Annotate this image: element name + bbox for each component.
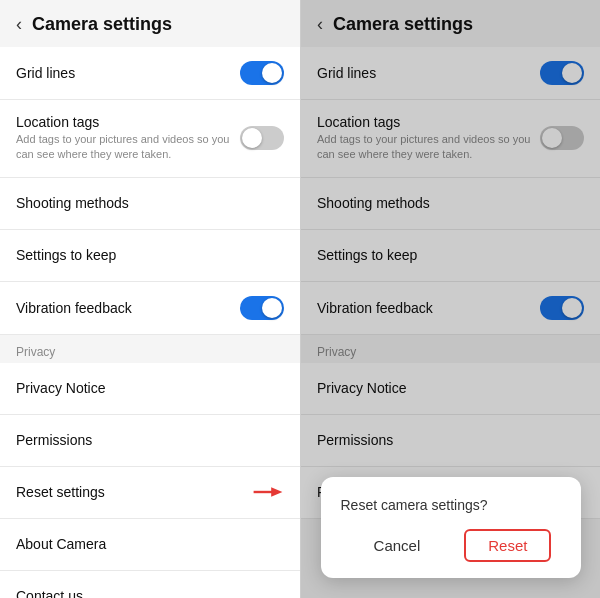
left-settings-to-keep-label: Settings to keep [16,247,116,263]
left-about-camera[interactable]: About Camera [0,519,300,571]
svg-marker-1 [271,487,282,497]
left-location-tags-toggle[interactable] [240,126,284,150]
reset-button[interactable]: Reset [464,529,551,562]
left-grid-lines-toggle[interactable] [240,61,284,85]
left-vibration-feedback-toggle[interactable] [240,296,284,320]
left-permissions-label: Permissions [16,432,92,448]
left-vibration-feedback[interactable]: Vibration feedback [0,282,300,335]
left-panel: ‹ Camera settings Grid lines Location ta… [0,0,300,598]
left-header: ‹ Camera settings [0,0,300,47]
left-header-title: Camera settings [32,14,172,35]
left-privacy-section-header: Privacy [0,335,300,363]
left-privacy-notice-label: Privacy Notice [16,380,105,396]
right-panel: ‹ Camera settings Grid lines Location ta… [300,0,600,598]
left-permissions[interactable]: Permissions [0,415,300,467]
reset-dialog: Reset camera settings? Cancel Reset [321,477,581,578]
dialog-buttons: Cancel Reset [341,529,561,562]
left-about-camera-label: About Camera [16,536,106,552]
left-settings-list: Grid lines Location tags Add tags to you… [0,47,300,598]
dialog-title: Reset camera settings? [341,497,561,513]
cancel-button[interactable]: Cancel [350,529,445,562]
left-shooting-methods-label: Shooting methods [16,195,129,211]
left-grid-lines[interactable]: Grid lines [0,47,300,100]
left-grid-lines-label: Grid lines [16,65,75,81]
dialog-overlay: Reset camera settings? Cancel Reset [301,0,600,598]
left-location-tags[interactable]: Location tags Add tags to your pictures … [0,100,300,178]
left-red-arrow [252,482,284,502]
left-reset-settings[interactable]: Reset settings [0,467,300,519]
left-reset-settings-label: Reset settings [16,484,105,500]
left-contact-us-label: Contact us [16,588,83,598]
left-back-arrow[interactable]: ‹ [16,14,22,35]
left-vibration-feedback-label: Vibration feedback [16,300,132,316]
left-settings-to-keep[interactable]: Settings to keep [0,230,300,282]
left-location-tags-label: Location tags [16,114,240,130]
left-privacy-notice[interactable]: Privacy Notice [0,363,300,415]
left-shooting-methods[interactable]: Shooting methods [0,178,300,230]
left-location-tags-desc: Add tags to your pictures and videos so … [16,132,240,163]
left-contact-us[interactable]: Contact us [0,571,300,598]
left-location-tags-text: Location tags Add tags to your pictures … [16,114,240,163]
